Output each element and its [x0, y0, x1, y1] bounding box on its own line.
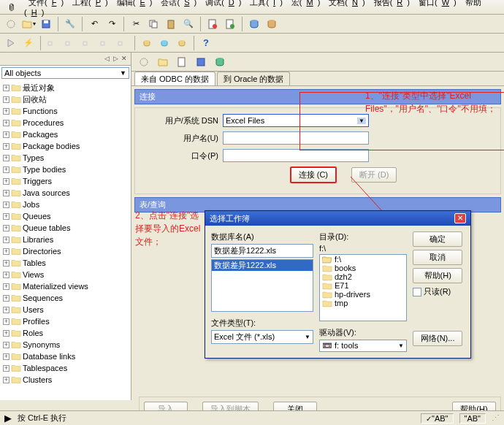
menu-工具[interactable]: 工具(I) [245, 0, 286, 8]
db1-icon[interactable] [246, 16, 262, 32]
expand-icon[interactable]: + [3, 108, 9, 115]
menu-调试[interactable]: 调试(D) [201, 0, 245, 8]
dir-item[interactable]: f:\ [320, 255, 406, 264]
expand-icon[interactable]: + [3, 272, 9, 278]
tree-item[interactable]: +回收站 [3, 93, 128, 105]
tree-item[interactable]: +Java sources [3, 187, 128, 199]
tree-item[interactable]: +Libraries [3, 234, 128, 245]
dir-item[interactable]: books [320, 264, 406, 272]
dialog-network-button[interactable]: 网络(N)... [413, 331, 462, 346]
obj2-icon[interactable] [156, 35, 172, 51]
menu-文档[interactable]: 文档(N) [324, 0, 369, 8]
expand-icon[interactable]: + [3, 213, 9, 220]
expand-icon[interactable]: + [3, 353, 9, 360]
tree-item[interactable]: +Views [3, 269, 128, 280]
open-icon[interactable]: ▾ [20, 16, 37, 32]
drive-combo[interactable]: 📼 f: tools▼ [319, 340, 407, 352]
menu-宏[interactable]: 宏(M) [287, 0, 325, 8]
connect-button[interactable]: 连接 (C) [290, 166, 337, 183]
pwd-input[interactable] [223, 149, 369, 162]
expand-icon[interactable]: + [3, 155, 9, 161]
expand-icon[interactable]: + [3, 237, 9, 243]
tree-item[interactable]: +Type bodies [3, 164, 128, 175]
expand-icon[interactable]: + [3, 225, 9, 231]
doc1-icon[interactable] [205, 16, 221, 32]
rt-db-icon[interactable] [212, 54, 228, 70]
object-selector[interactable]: All objects ▼ [1, 67, 129, 79]
rt-open-icon[interactable] [155, 54, 171, 70]
dir-listbox[interactable]: f:\booksdzh2E71hp-driverstmp [319, 254, 407, 321]
save-icon[interactable] [38, 16, 54, 32]
expand-icon[interactable]: + [3, 330, 9, 337]
dir-item[interactable]: E71 [320, 281, 406, 290]
expand-icon[interactable]: + [3, 85, 9, 91]
rt-save-icon[interactable] [193, 54, 209, 70]
tree-item[interactable]: +Materialized views [3, 280, 128, 292]
obj1-icon[interactable] [139, 35, 155, 51]
readonly-checkbox[interactable]: 只读(R) [413, 286, 462, 297]
expand-icon[interactable]: + [3, 143, 9, 150]
run-icon[interactable] [3, 35, 19, 51]
tree-item[interactable]: +Triggers [3, 175, 128, 187]
expand-icon[interactable]: + [3, 307, 9, 313]
expand-icon[interactable]: + [3, 120, 9, 126]
tree-item[interactable]: +Procedures [3, 117, 128, 129]
db2-icon[interactable] [264, 16, 280, 32]
expand-icon[interactable]: + [3, 295, 9, 302]
dialog-cancel-button[interactable]: 取消 [413, 250, 462, 265]
expand-icon[interactable]: + [3, 96, 9, 103]
help-icon[interactable]: ? [198, 35, 214, 51]
tree-item[interactable]: +Directories [3, 245, 128, 257]
dir-item[interactable]: dzh2 [320, 272, 406, 281]
step5-icon[interactable] [115, 35, 131, 51]
step3-icon[interactable] [80, 35, 96, 51]
pane-close-icon[interactable]: ✕ [121, 55, 128, 63]
redo-icon[interactable]: ↷ [104, 16, 120, 32]
dir-item[interactable]: tmp [320, 299, 406, 307]
paste-icon[interactable] [163, 16, 179, 32]
step1-icon[interactable] [45, 35, 61, 51]
tree-item[interactable]: +Synonyms [3, 339, 128, 351]
rt-edit-icon[interactable] [174, 54, 190, 70]
tab-from-odbc[interactable]: 来自 ODBC 的数据 [134, 72, 215, 85]
copy-icon[interactable] [145, 16, 161, 32]
step2-icon[interactable] [62, 35, 78, 51]
object-tree[interactable]: +最近对象+回收站+Functions+Procedures+Packages+… [0, 80, 131, 400]
doc2-icon[interactable] [222, 16, 238, 32]
tree-item[interactable]: +Sequences [3, 292, 128, 304]
menu-工程[interactable]: 工程(P) [68, 0, 112, 8]
tree-item[interactable]: +最近对象 [3, 82, 128, 93]
expand-icon[interactable]: + [3, 377, 9, 383]
filetype-combo[interactable]: Excel 文件 (*.xls)▼ [211, 330, 313, 344]
dialog-close-button[interactable]: ✕ [454, 213, 466, 223]
tool-icon[interactable]: 🔧 [62, 16, 78, 32]
tree-item[interactable]: +Database links [3, 351, 128, 362]
tree-item[interactable]: +Package bodies [3, 140, 128, 152]
expand-icon[interactable]: + [3, 131, 9, 138]
tree-item[interactable]: +Functions [3, 105, 128, 117]
tree-item[interactable]: +Clusters [3, 374, 128, 386]
expand-icon[interactable]: + [3, 190, 9, 196]
expand-icon[interactable]: + [3, 260, 9, 267]
tree-item[interactable]: +Packages [3, 129, 128, 140]
tree-item[interactable]: +Roles [3, 327, 128, 339]
file-listbox[interactable]: 数据差异1222.xls [211, 259, 313, 312]
tree-item[interactable]: +Queue tables [3, 222, 128, 234]
pane-right-icon[interactable]: ▷ [112, 55, 119, 63]
dsn-select[interactable]: Excel Files ▼ [223, 114, 369, 127]
tree-item[interactable]: +Queues [3, 210, 128, 222]
menu-编辑[interactable]: 编辑(E) [112, 0, 157, 8]
menu-窗口[interactable]: 窗口(W) [414, 0, 461, 8]
new-icon[interactable] [3, 16, 19, 32]
cut-icon[interactable]: ✂ [128, 16, 144, 32]
tree-item[interactable]: +Jobs [3, 199, 128, 210]
dir-item[interactable]: hp-drivers [320, 290, 406, 299]
expand-icon[interactable]: + [3, 342, 9, 348]
expand-icon[interactable]: + [3, 202, 9, 208]
tree-item[interactable]: +Tablespaces [3, 362, 128, 374]
dbname-input[interactable]: 数据差异1222.xls [211, 244, 313, 258]
obj3-icon[interactable] [174, 35, 190, 51]
tree-item[interactable]: +Users [3, 304, 128, 315]
step4-icon[interactable] [97, 35, 113, 51]
expand-icon[interactable]: + [3, 283, 9, 290]
